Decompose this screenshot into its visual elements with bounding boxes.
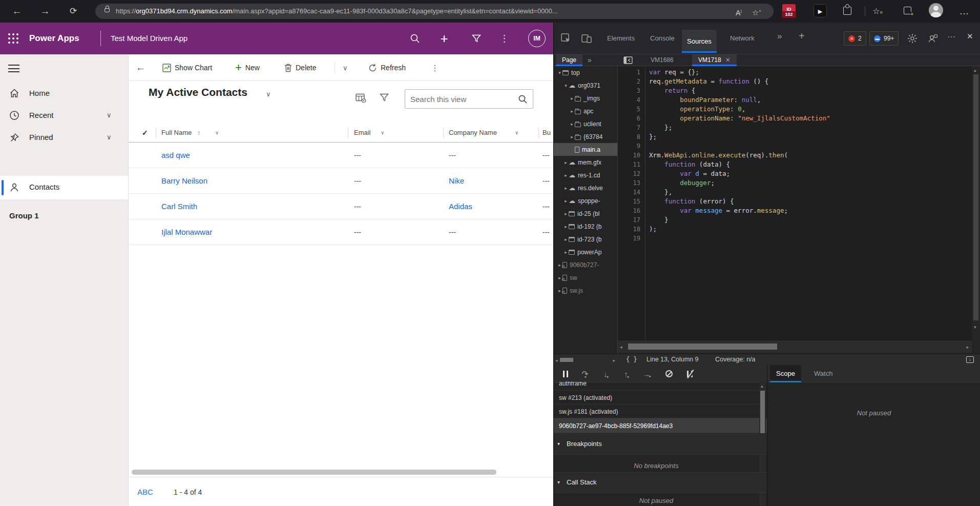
tree-item-id-25-bl[interactable]: ▸id-25 (bl: [554, 207, 618, 220]
issues-badge[interactable]: ▬ 99+: [869, 31, 899, 46]
refresh-button[interactable]: Refresh: [368, 54, 406, 81]
column-menu-chevron[interactable]: ∨: [515, 123, 518, 143]
scrollbar-thumb[interactable]: [628, 343, 777, 350]
tree-expanded-icon[interactable]: ▾: [557, 70, 562, 75]
thread-item[interactable]: authframe: [554, 381, 767, 391]
tree-collapsed-icon[interactable]: ▸: [569, 109, 575, 114]
hide-navigator-icon[interactable]: [623, 56, 633, 64]
editor-gutter[interactable]: 12345678910111213141516171819: [618, 66, 645, 340]
column-header-full-name[interactable]: Full Name: [161, 123, 192, 143]
error-badge[interactable]: ✕ 2: [844, 31, 866, 46]
tree-expanded-icon[interactable]: ▾: [563, 83, 569, 88]
contact-company-link[interactable]: Nike: [449, 168, 464, 194]
deactivate-breakpoints-icon[interactable]: [661, 365, 677, 382]
sidebar-item-recent[interactable]: Recent∨: [0, 104, 128, 126]
thread-item[interactable]: 9060b727-ae97-4bcb-885f-52969fd14ae3: [554, 418, 767, 433]
chevron-down-icon[interactable]: ∨: [107, 111, 112, 119]
tree-item-id-723-b[interactable]: ▸id-723 (b: [554, 233, 618, 246]
tree-collapsed-icon[interactable]: ▸: [563, 250, 569, 255]
header-search-icon[interactable]: [406, 23, 424, 54]
tree-collapsed-icon[interactable]: ▸: [563, 186, 569, 191]
header-filter-icon[interactable]: [468, 23, 485, 54]
waffle-icon[interactable]: [8, 33, 19, 45]
tree-item-org0371[interactable]: ▾☁org0371: [554, 79, 618, 92]
delete-split-chevron[interactable]: ∨: [343, 54, 348, 81]
read-aloud-icon[interactable]: A): [736, 4, 742, 19]
delete-button[interactable]: Delete: [284, 54, 316, 81]
show-chart-button[interactable]: Show Chart: [162, 54, 212, 81]
tree-item-apc[interactable]: ▸apc: [554, 105, 618, 117]
contact-name-link[interactable]: asd qwe: [161, 143, 190, 168]
browser-profile-avatar[interactable]: [929, 3, 943, 17]
view-search-input[interactable]: [410, 90, 513, 108]
sidebar-item-home[interactable]: Home: [0, 82, 128, 104]
sidebar-item-pinned[interactable]: Pinned∨: [0, 126, 128, 148]
browser-forward-button[interactable]: →: [37, 0, 53, 23]
table-row[interactable]: Ijlal Monawwar---------: [129, 219, 553, 245]
user-avatar[interactable]: IM: [528, 30, 546, 47]
tree-item--63784[interactable]: ▸{63784: [554, 130, 618, 143]
chevron-down-icon[interactable]: ∨: [107, 133, 112, 141]
tree-item-top[interactable]: ▾top: [554, 66, 618, 79]
dock-icon[interactable]: ↓: [966, 356, 974, 363]
editor-vertical-scrollbar[interactable]: ▴ ▾: [972, 66, 980, 340]
editor-horizontal-scrollbar[interactable]: ◂ ▸: [618, 340, 972, 353]
address-bar[interactable]: https://org0371bd94.crm.dynamics.com/mai…: [95, 4, 774, 19]
tab-watch[interactable]: Watch: [808, 365, 839, 382]
tab-sources[interactable]: Sources: [682, 30, 717, 53]
tree-collapsed-icon[interactable]: ▸: [563, 211, 569, 216]
extension-play-icon[interactable]: ▶: [814, 4, 827, 17]
collections-icon[interactable]: [904, 7, 911, 14]
breakpoints-section-header[interactable]: ▾ Breakpoints: [554, 433, 767, 455]
tree-item-9060b727-[interactable]: ▸9060b727-: [554, 258, 618, 271]
tree-item-res-delve[interactable]: ▸☁res.delve: [554, 181, 618, 194]
tab-elements[interactable]: Elements: [602, 31, 640, 46]
browser-settings-menu[interactable]: …: [957, 0, 972, 23]
header-add-icon[interactable]: +: [435, 23, 453, 54]
editor-tab-vm1718[interactable]: VM1718✕: [692, 54, 737, 66]
grid-horizontal-scrollbar[interactable]: [132, 470, 496, 475]
add-tab-icon[interactable]: +: [799, 30, 805, 42]
tree-collapsed-icon[interactable]: ▸: [563, 237, 569, 242]
pause-script-button[interactable]: [558, 365, 573, 382]
editor-tab-vm1686[interactable]: VM1686: [644, 54, 680, 66]
column-header-company[interactable]: Company Name: [449, 123, 497, 143]
column-menu-chevron[interactable]: ∨: [215, 123, 219, 143]
step-out-icon[interactable]: ↑●: [619, 365, 635, 382]
devtools-close-icon[interactable]: ✕: [967, 32, 973, 41]
pretty-print-icon[interactable]: { }: [626, 354, 637, 365]
tree-item-spoppe-[interactable]: ▸☁spoppe-: [554, 194, 618, 207]
column-header-business-phone[interactable]: Bu: [543, 123, 551, 143]
tree-horizontal-scrollbar[interactable]: ◂ ▸: [554, 354, 618, 365]
tree-collapsed-icon[interactable]: ▸: [569, 96, 575, 101]
favorite-star-icon[interactable]: ☆+: [752, 4, 761, 19]
tree-item-sw[interactable]: ▸sw: [554, 271, 618, 284]
browser-reload-button[interactable]: ⟳: [66, 0, 81, 23]
tree-collapsed-icon[interactable]: ▸: [569, 134, 575, 139]
close-tab-icon[interactable]: ✕: [725, 56, 731, 64]
tree-collapsed-icon[interactable]: ▸: [563, 173, 569, 178]
scrollbar-thumb[interactable]: [973, 74, 978, 320]
tab-network[interactable]: Network: [725, 31, 760, 46]
contact-name-link[interactable]: Barry Neilson: [161, 168, 207, 194]
tab-page[interactable]: Page: [556, 54, 582, 66]
search-icon[interactable]: [518, 94, 528, 104]
column-header-email[interactable]: Email: [354, 123, 371, 143]
tree-item-powerap[interactable]: ▸powerAp: [554, 246, 618, 258]
favorites-bar-icon[interactable]: ☆≡: [870, 0, 885, 23]
header-more-icon[interactable]: ⋮: [496, 23, 513, 54]
column-menu-chevron[interactable]: ∨: [381, 123, 384, 143]
devtools-settings-gear-icon[interactable]: [907, 33, 918, 44]
new-button[interactable]: + New: [235, 54, 260, 81]
tab-console[interactable]: Console: [645, 31, 680, 46]
contact-company-link[interactable]: Adidas: [449, 194, 472, 219]
thread-item[interactable]: sw #213 (activated): [554, 391, 767, 404]
sidebar-item-contacts[interactable]: Contacts: [0, 176, 128, 199]
select-all-checkmark[interactable]: ✓: [142, 123, 148, 143]
navigator-more-chevron[interactable]: »: [588, 56, 592, 64]
command-more-button[interactable]: ⋮: [431, 54, 439, 81]
step-into-icon[interactable]: ↓●: [599, 365, 614, 382]
sitemap-toggle-icon[interactable]: [8, 65, 19, 72]
extension-id-icon[interactable]: ID 102: [782, 4, 796, 14]
devtools-more-menu[interactable]: ⋯: [947, 32, 956, 42]
